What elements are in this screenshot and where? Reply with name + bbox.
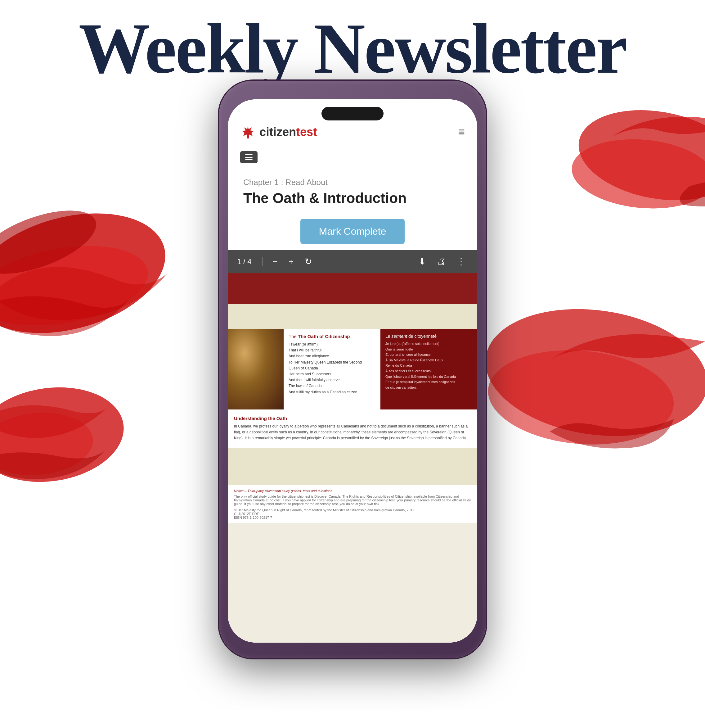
pdf-copyright-text: © Her Majesty the Queen in Right of Cana…	[234, 508, 471, 519]
pdf-oath-section: The The Oath of Citizenship I swear (or …	[228, 329, 477, 409]
pdf-red-header	[228, 273, 477, 304]
pdf-separator-1	[262, 257, 262, 266]
pdf-notice-title: Notice – Third-party citizenship study g…	[234, 489, 471, 493]
pdf-more-button[interactable]: ⋮	[454, 255, 468, 268]
brush-stroke-left	[0, 186, 192, 373]
svg-point-5	[0, 378, 130, 491]
menu-line-2	[245, 157, 252, 158]
pdf-bottom-beige	[228, 448, 477, 485]
pdf-oath-title-french: Le serment de citoyenneté	[385, 334, 472, 339]
menu-line-1	[245, 154, 252, 155]
mark-complete-button[interactable]: Mark Complete	[300, 219, 405, 244]
hamburger-menu-icon[interactable]: ≡	[458, 126, 465, 139]
logo-citizen: citizen	[260, 126, 296, 139]
menu-line-3	[245, 159, 252, 160]
chapter-label: Chapter 1 : Read About	[243, 178, 462, 187]
pdf-queen-image-inner	[228, 329, 284, 409]
pdf-understanding-title: Understanding the Oath	[234, 416, 471, 421]
logo-container: citizentest	[240, 124, 317, 140]
pdf-page-info: 1 / 4	[237, 257, 252, 266]
chapter-title: The Oath & Introduction	[243, 190, 462, 207]
pdf-toolbar: 1 / 4 − + ↻ ⬇ 🖨 ⋮	[228, 250, 477, 273]
maple-leaf-icon	[240, 124, 256, 140]
phone-screen: citizentest ≡ Chapter 1 : Read About	[228, 99, 477, 643]
pdf-print-button[interactable]: 🖨	[434, 255, 448, 268]
svg-point-8	[484, 343, 678, 452]
pdf-notice-text: The only official study guide for the ci…	[234, 494, 471, 506]
app-header: citizentest ≡	[228, 99, 477, 146]
chapter-section: Chapter 1 : Read About The Oath & Introd…	[228, 168, 477, 213]
svg-point-2	[0, 198, 104, 286]
pdf-queen-image	[228, 329, 284, 409]
screen-content: citizentest ≡ Chapter 1 : Read About	[228, 99, 477, 643]
svg-point-6	[0, 408, 95, 480]
brush-stroke-center	[457, 279, 705, 497]
pdf-zoom-in-button[interactable]: +	[286, 256, 296, 268]
logo-test: test	[296, 126, 317, 139]
pdf-zoom-out-button[interactable]: −	[270, 256, 280, 268]
brush-stroke-right	[550, 93, 705, 248]
menu-bar	[228, 146, 477, 168]
logo-text: citizentest	[260, 126, 317, 139]
newsletter-title: Weekly Newsletter	[19, 9, 686, 88]
pdf-oath-french: Le serment de citoyenneté Je jure (ou j'…	[381, 329, 477, 409]
svg-point-0	[0, 194, 179, 352]
pdf-download-button[interactable]: ⬇	[416, 255, 428, 268]
pdf-beige-top	[228, 304, 477, 329]
phone-notch	[322, 107, 383, 120]
phone-mockup: citizentest ≡ Chapter 1 : Read About	[219, 81, 486, 658]
pdf-understanding-section: Understanding the Oath In Canada, we pro…	[228, 409, 477, 448]
oath-bold-en: The Oath of Citizenship	[298, 334, 350, 339]
svg-point-1	[0, 234, 154, 338]
pdf-understanding-text: In Canada, we profess our loyalty to a p…	[234, 423, 471, 442]
svg-point-7	[477, 296, 705, 449]
svg-point-3	[572, 98, 705, 212]
pdf-oath-text-french: Je jure (ou j'affirme solennellement) Qu…	[385, 341, 472, 390]
menu-button[interactable]	[240, 151, 258, 163]
pdf-oath-title-english: The The Oath of Citizenship	[288, 334, 375, 339]
svg-point-4	[569, 133, 705, 214]
brush-stroke-bottom-left	[0, 373, 152, 497]
pdf-oath-english: The The Oath of Citizenship I swear (or …	[284, 329, 381, 409]
pdf-rotate-button[interactable]: ↻	[302, 255, 314, 268]
pdf-oath-text-english: I swear (or affirm) That I will be faith…	[288, 341, 375, 395]
pdf-notice-section: Notice – Third-party citizenship study g…	[228, 485, 477, 523]
pdf-content: The The Oath of Citizenship I swear (or …	[228, 273, 477, 643]
